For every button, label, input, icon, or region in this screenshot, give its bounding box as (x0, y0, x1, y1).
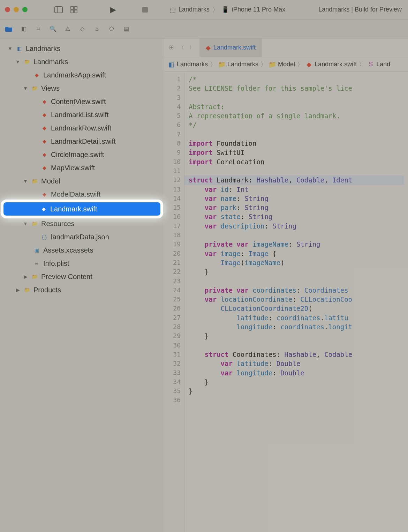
file-label: landmarkData.json (51, 233, 109, 241)
file-label: ContentView.swift (51, 98, 106, 106)
folder-icon: 📁 (23, 58, 31, 66)
file-label: LandmarkDetail.swift (51, 137, 116, 145)
report-navigator-icon[interactable]: ▤ (122, 25, 130, 33)
file-label: MapView.swift (51, 164, 95, 172)
selected-file-row[interactable]: ◆ Landmark.swift (3, 202, 160, 216)
jump-bar[interactable]: ◧ Landmarks 〉 📁 Landmarks 〉 📁 Model 〉 ◆ … (164, 57, 408, 72)
group-model[interactable]: ▼ 📁 Model (0, 174, 164, 188)
sidebar-toggle-icon[interactable] (54, 5, 63, 14)
swift-file-icon: ◆ (40, 164, 48, 172)
back-button[interactable]: 〈 (179, 44, 184, 51)
editor-tab-active[interactable]: ◆ Landmark.swift (199, 38, 262, 57)
traffic-lights (5, 7, 28, 12)
breadcrumb-item[interactable]: Model (278, 61, 295, 68)
group-label: Landmarks (33, 58, 68, 66)
main-area: ▼ ◧ Landmarks ▼ 📁 Landmarks ◆ LandmarksA… (0, 38, 408, 532)
library-icon[interactable] (69, 5, 78, 14)
file-row[interactable]: ◆LandmarkDetail.swift (0, 135, 164, 148)
swift-file-icon: ◆ (40, 124, 48, 132)
file-label: LandmarksApp.swift (43, 71, 106, 79)
project-icon: ◧ (15, 45, 23, 52)
grid-icon[interactable]: ⊞ (169, 44, 174, 51)
project-root[interactable]: ▼ ◧ Landmarks (0, 42, 164, 55)
folder-navigator-icon[interactable] (5, 25, 13, 33)
group-label: Model (41, 177, 60, 185)
file-infoplist[interactable]: ≣ Info.plist (0, 257, 164, 270)
swift-file-icon: ◆ (40, 205, 47, 213)
xcode-window: ▶ ⬚ Landmarks 〉 📱 iPhone 11 Pro Max Land… (0, 0, 408, 532)
symbol-navigator-icon[interactable]: ⌗ (34, 25, 43, 33)
file-row[interactable]: ◆CircleImage.swift (0, 148, 164, 161)
assets-icon: ▣ (33, 246, 40, 254)
file-row[interactable]: ◆LandmarkRow.swift (0, 121, 164, 135)
folder-icon: 📁 (31, 220, 38, 227)
minimize-button[interactable] (14, 7, 19, 12)
run-button[interactable]: ▶ (108, 5, 118, 14)
breakpoint-navigator-icon[interactable]: ⬠ (107, 25, 116, 33)
project-navigator[interactable]: ▼ ◧ Landmarks ▼ 📁 Landmarks ◆ LandmarksA… (0, 38, 164, 532)
activity-viewer: Landmarks | Build for Preview (318, 6, 403, 13)
debug-navigator-icon[interactable]: ♨ (93, 25, 101, 33)
file-row[interactable]: ◆ContentView.swift (0, 95, 164, 108)
line-gutter: 1234567891011121314151617181920212223242… (164, 72, 184, 532)
file-label: CircleImage.swift (51, 151, 104, 159)
swift-file-icon: ◆ (305, 61, 312, 68)
struct-icon: S (367, 61, 374, 68)
forward-button[interactable]: 〉 (189, 44, 195, 51)
source-control-icon[interactable]: ◧ (20, 25, 28, 33)
group-landmarks[interactable]: ▼ 📁 Landmarks (0, 55, 164, 68)
file-label: Assets.xcassets (43, 246, 93, 254)
json-file-icon: { } (40, 233, 48, 241)
group-label: Resources (41, 220, 75, 228)
app-icon: ⬚ (170, 6, 176, 14)
plist-icon: ≣ (33, 260, 40, 267)
test-navigator-icon[interactable]: ◇ (78, 25, 86, 33)
file-label: Info.plist (43, 260, 69, 268)
folder-icon: 📁 (31, 273, 38, 280)
group-label: Views (41, 84, 60, 92)
editor-area: ⊞ 〈 〉 ◆ Landmark.swift ◧ Landmarks 〉 📁 L… (164, 38, 408, 532)
file-row[interactable]: ◆MapView.swift (0, 161, 164, 174)
group-label: Products (33, 286, 61, 294)
svg-rect-0 (55, 7, 62, 13)
file-row[interactable]: ◆ModelData.swift (0, 188, 164, 201)
group-label: Preview Content (41, 273, 92, 281)
titlebar: ▶ ⬚ Landmarks 〉 📱 iPhone 11 Pro Max Land… (0, 0, 408, 20)
swift-file-icon: ◆ (40, 151, 48, 158)
project-icon: ◧ (168, 61, 175, 68)
breadcrumb-item[interactable]: Land (376, 61, 390, 68)
close-button[interactable] (5, 7, 10, 12)
file-assets[interactable]: ▣ Assets.xcassets (0, 243, 164, 257)
stop-button[interactable] (141, 5, 150, 14)
file-landmarkdata-json[interactable]: { } landmarkData.json (0, 230, 164, 243)
file-label: LandmarkList.swift (51, 111, 109, 119)
scheme-selector[interactable]: ⬚ Landmarks 〉 📱 iPhone 11 Pro Max (170, 6, 285, 14)
folder-icon: 📁 (31, 84, 38, 92)
scheme-device-label: iPhone 11 Pro Max (232, 6, 285, 13)
navigator-filter-row: ◧ ⌗ 🔍 ⚠ ◇ ♨ ⬠ ▤ (0, 20, 408, 38)
swift-file-icon: ◆ (206, 44, 211, 52)
code-editor[interactable]: 1234567891011121314151617181920212223242… (164, 72, 408, 532)
tab-label: Landmark.swift (213, 44, 256, 51)
code-content[interactable]: /*See LICENSE folder for this sample's l… (184, 72, 408, 532)
file-row[interactable]: ◆LandmarkList.swift (0, 108, 164, 121)
group-products[interactable]: ▶ 📁 Products (0, 283, 164, 297)
swift-file-icon: ◆ (40, 137, 48, 145)
scheme-project-label: Landmarks (179, 6, 210, 13)
folder-icon: 📁 (218, 61, 225, 68)
folder-icon: 📁 (23, 286, 31, 294)
selected-file-label: Landmark.swift (50, 205, 97, 213)
svg-rect-5 (74, 10, 77, 13)
group-views[interactable]: ▼ 📁 Views (0, 82, 164, 95)
group-resources[interactable]: ▼ 📁 Resources (0, 217, 164, 230)
group-preview-content[interactable]: ▶ 📁 Preview Content (0, 270, 164, 283)
issue-navigator-icon[interactable]: ⚠ (63, 25, 72, 33)
folder-icon: 📁 (269, 61, 276, 68)
breadcrumb-item[interactable]: Landmark.swift (315, 61, 357, 68)
file-landmarksapp[interactable]: ◆ LandmarksApp.swift (0, 68, 164, 82)
swift-file-icon: ◆ (40, 98, 48, 105)
breadcrumb-item[interactable]: Landmarks (177, 61, 208, 68)
find-navigator-icon[interactable]: 🔍 (49, 25, 57, 33)
maximize-button[interactable] (22, 7, 28, 12)
breadcrumb-item[interactable]: Landmarks (227, 61, 258, 68)
